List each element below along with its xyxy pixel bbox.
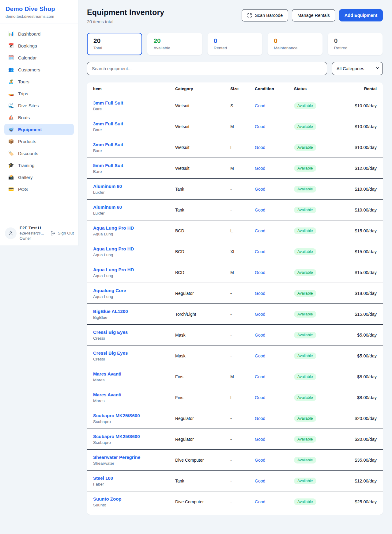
item-name-link[interactable]: Scubapro MK25/S600	[93, 413, 175, 418]
item-name-link[interactable]: BigBlue AL1200	[93, 309, 175, 314]
item-cell: 5mm Full Suit Bare	[93, 163, 175, 174]
sidebar-item[interactable]: ⛵ Boats	[4, 112, 74, 123]
stat-card[interactable]: 0 Rented	[207, 33, 262, 55]
sidebar-item[interactable]: 🎓 Training	[4, 160, 74, 171]
item-name-link[interactable]: Mares Avanti	[93, 392, 175, 397]
sidebar-item[interactable]: 📊 Dashboard	[4, 28, 74, 39]
sidebar-item[interactable]: 📅 Bookings	[4, 40, 74, 51]
item-condition-link[interactable]: Good	[255, 312, 294, 317]
sidebar-item[interactable]: 🌊 Dive Sites	[4, 100, 74, 111]
sidebar-item[interactable]: 📸 Gallery	[4, 172, 74, 183]
sidebar-item-label: Equipment	[18, 127, 42, 132]
sidebar-item[interactable]: 🏝️ Tours	[4, 76, 74, 87]
item-condition-link[interactable]: Good	[255, 479, 294, 483]
item-cell: Shearwater Peregrine Shearwater	[93, 455, 175, 466]
item-name-link[interactable]: 3mm Full Suit	[93, 100, 175, 105]
item-name-link[interactable]: Aqualung Core	[93, 288, 175, 293]
item-category: Mask	[175, 333, 230, 338]
sidebar-item[interactable]: 🏷️ Discounts	[4, 148, 74, 159]
item-rental-rate: $20.00/day	[341, 437, 377, 442]
item-name-link[interactable]: Aluminum 80	[93, 184, 175, 189]
item-name-link[interactable]: Aqua Lung Pro HD	[93, 246, 175, 251]
item-rental-rate: $5.00/day	[341, 353, 377, 358]
item-condition-link[interactable]: Good	[255, 124, 294, 129]
status-badge: Available	[294, 207, 316, 213]
item-name-link[interactable]: Steel 100	[93, 475, 175, 481]
item-rental-rate: $10.00/day	[341, 103, 377, 108]
item-brand: Aqua Lung	[93, 273, 175, 278]
item-name-link[interactable]: Cressi Big Eyes	[93, 330, 175, 335]
item-rental-rate: $25.00/day	[341, 499, 377, 504]
item-name-link[interactable]: Suunto Zoop	[93, 496, 175, 502]
item-name-link[interactable]: Shearwater Peregrine	[93, 455, 175, 460]
sidebar-item[interactable]: 👥 Customers	[4, 64, 74, 75]
column-header-item: Item	[93, 86, 175, 91]
add-equipment-button[interactable]: Add Equipment	[339, 9, 383, 21]
sidebar-item-icon: 📊	[8, 31, 14, 36]
manage-rentals-button[interactable]: Manage Rentals	[292, 9, 335, 21]
item-brand: Mares	[93, 378, 175, 382]
item-name-link[interactable]: Mares Avanti	[93, 371, 175, 376]
item-name-link[interactable]: 3mm Full Suit	[93, 121, 175, 126]
item-category: Tank	[175, 187, 230, 192]
item-category: Tank	[175, 479, 230, 483]
main-content: Equipment Inventory 20 items total Scan …	[78, 0, 392, 527]
item-condition-link[interactable]: Good	[255, 187, 294, 192]
stat-card[interactable]: 0 Maintenance	[267, 33, 322, 55]
item-condition-link[interactable]: Good	[255, 166, 294, 171]
table-header-row: Item Category Size Condition Status Rent…	[87, 82, 383, 95]
item-rental-rate: $10.00/day	[341, 187, 377, 192]
item-condition-link[interactable]: Good	[255, 437, 294, 442]
item-condition-link[interactable]: Good	[255, 208, 294, 212]
sign-out-button[interactable]: Sign Out	[51, 231, 74, 236]
sidebar-item-icon: 🚤	[8, 91, 14, 96]
sidebar-item[interactable]: 🚤 Trips	[4, 88, 74, 99]
item-name-link[interactable]: 5mm Full Suit	[93, 163, 175, 168]
item-name-link[interactable]: Cressi Big Eyes	[93, 350, 175, 356]
item-brand: Scubapro	[93, 419, 175, 424]
item-condition-link[interactable]: Good	[255, 395, 294, 400]
item-name-link[interactable]: Aqua Lung Pro HD	[93, 225, 175, 231]
item-category: Wetsuit	[175, 145, 230, 150]
item-name-link[interactable]: Aqua Lung Pro HD	[93, 267, 175, 272]
sidebar-item[interactable]: 🗓️ Calendar	[4, 52, 74, 63]
stat-value: 0	[334, 37, 376, 44]
search-input[interactable]	[87, 62, 327, 75]
shop-name[interactable]: Demo Dive Shop	[6, 6, 72, 13]
item-condition-link[interactable]: Good	[255, 270, 294, 275]
item-size: M	[230, 270, 255, 275]
item-condition-link[interactable]: Good	[255, 145, 294, 150]
item-condition-link[interactable]: Good	[255, 333, 294, 338]
item-condition-link[interactable]: Good	[255, 499, 294, 504]
item-condition-link[interactable]: Good	[255, 103, 294, 108]
status-cell: Available	[294, 373, 341, 380]
item-condition-link[interactable]: Good	[255, 228, 294, 233]
sidebar-item[interactable]: 📦 Products	[4, 136, 74, 147]
sidebar-item-icon: ⛵	[8, 115, 14, 120]
stat-card[interactable]: 20 Total	[87, 33, 142, 55]
item-cell: Aqua Lung Pro HD Aqua Lung	[93, 225, 175, 236]
sidebar-item[interactable]: 🤿 Equipment	[4, 124, 74, 135]
status-badge: Available	[294, 332, 316, 338]
item-condition-link[interactable]: Good	[255, 374, 294, 379]
item-condition-link[interactable]: Good	[255, 291, 294, 296]
item-name-link[interactable]: 3mm Full Suit	[93, 142, 175, 147]
item-condition-link[interactable]: Good	[255, 353, 294, 358]
item-name-link[interactable]: Aluminum 80	[93, 204, 175, 210]
category-select[interactable]: All Categories	[332, 62, 383, 75]
item-condition-link[interactable]: Good	[255, 249, 294, 254]
sidebar-item[interactable]: 💳 POS	[4, 184, 74, 195]
sidebar-item-icon: 💳	[8, 186, 14, 192]
item-category: Wetsuit	[175, 166, 230, 171]
table-row: Mares Avanti Mares Fins M Good Available…	[87, 366, 383, 387]
stat-card[interactable]: 0 Retired	[328, 33, 383, 55]
item-condition-link[interactable]: Good	[255, 416, 294, 421]
item-condition-link[interactable]: Good	[255, 458, 294, 463]
item-size: M	[230, 124, 255, 129]
item-name-link[interactable]: Scubapro MK25/S600	[93, 434, 175, 439]
user-box: E2E Test U... e2e-tester@... Owner Sign …	[0, 221, 78, 246]
scan-barcode-button[interactable]: Scan Barcode	[242, 9, 288, 21]
item-brand: Aqua Lung	[93, 253, 175, 257]
item-cell: Cressi Big Eyes Cressi	[93, 350, 175, 361]
stat-card[interactable]: 20 Available	[147, 33, 202, 55]
